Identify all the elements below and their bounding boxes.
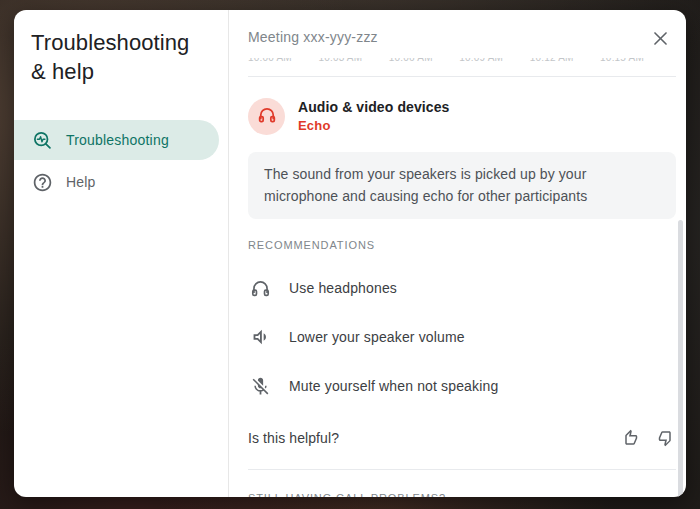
recommendations-heading: RECOMMENDATIONS (248, 239, 676, 251)
thumbs-down-button[interactable] (658, 429, 676, 447)
timeline-tick: 10:09 AM (459, 58, 503, 63)
close-icon (651, 36, 670, 51)
timeline-ticks: 10:00 AM 10:03 AM 10:06 AM 10:09 AM 10:1… (248, 58, 676, 71)
recommendation-use-headphones: Use headphones (248, 276, 676, 300)
recommendation-lower-volume: Lower your speaker volume (248, 325, 676, 349)
issue-description: The sound from your speakers is picked u… (248, 152, 676, 219)
issue-name: Echo (298, 118, 449, 133)
issue-category: Audio & video devices (298, 99, 449, 115)
timeline-tick: 10:00 AM (248, 58, 292, 63)
issue-titles: Audio & video devices Echo (298, 98, 449, 133)
scroll-content: 10:00 AM 10:03 AM 10:06 AM 10:09 AM 10:1… (229, 50, 686, 497)
recommendation-label: Mute yourself when not speaking (289, 378, 498, 394)
sidebar-item-troubleshooting[interactable]: Troubleshooting (14, 120, 219, 160)
dialog-title: Troubleshooting & help (14, 28, 228, 86)
troubleshooting-panel: Meeting xxx-yyy-zzz 10:00 AM 10:03 (229, 10, 686, 497)
sidebar: Troubleshooting & help Troubleshooting (14, 10, 229, 497)
sidebar-item-label: Troubleshooting (66, 132, 169, 148)
section-divider (248, 469, 676, 470)
meeting-title: Meeting xxx-yyy-zzz (248, 27, 378, 45)
timeline-tick: 10:15 AM (600, 58, 644, 63)
timeline-tick: 10:12 AM (530, 58, 574, 63)
troubleshooting-icon (31, 129, 53, 151)
issue-row-echo[interactable]: Audio & video devices Echo (248, 98, 676, 135)
scrollbar[interactable] (678, 220, 683, 497)
sidebar-item-label: Help (66, 174, 96, 190)
footer-section: STILL HAVING CALL PROBLEMS? More trouble… (248, 492, 676, 497)
help-icon (31, 171, 53, 193)
thumbs-up-icon (620, 435, 638, 450)
headphones-icon (248, 276, 272, 300)
recommendation-label: Lower your speaker volume (289, 329, 465, 345)
panel-header: Meeting xxx-yyy-zzz (229, 10, 686, 50)
recommendation-mute-yourself: Mute yourself when not speaking (248, 374, 676, 398)
timeline-axis (248, 76, 676, 77)
timeline-tick: 10:06 AM (389, 58, 433, 63)
thumbs-down-icon (658, 435, 676, 450)
meeting-video-backdrop: Troubleshooting & help Troubleshooting (0, 0, 700, 509)
call-problems-heading: STILL HAVING CALL PROBLEMS? (248, 492, 676, 497)
sidebar-item-help[interactable]: Help (14, 162, 228, 202)
feedback-row: Is this helpful? (248, 429, 676, 447)
volume-down-icon (248, 325, 272, 349)
timeline-tick: 10:03 AM (318, 58, 362, 63)
feedback-question: Is this helpful? (248, 430, 339, 446)
mic-off-icon (248, 374, 272, 398)
recommendation-label: Use headphones (289, 280, 397, 296)
issue-badge (248, 98, 285, 135)
thumbs-up-button[interactable] (620, 429, 638, 447)
headphones-icon (257, 105, 277, 129)
troubleshooting-help-dialog: Troubleshooting & help Troubleshooting (14, 10, 686, 497)
close-button[interactable] (649, 27, 672, 50)
